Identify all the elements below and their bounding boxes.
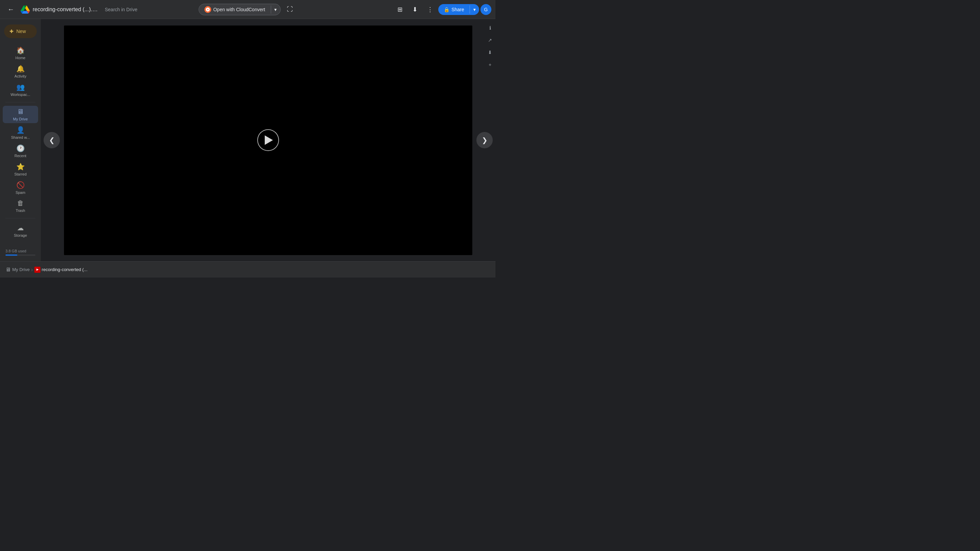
sidebar-item-shared[interactable]: 👤 Shared w... (3, 124, 38, 141)
new-label: New (16, 29, 26, 34)
sidebar-item-starred[interactable]: ⭐ Starred (3, 160, 38, 178)
add-shortcut-button[interactable]: ⊞ (393, 3, 407, 16)
share-main-button[interactable]: 🔒 Share (438, 4, 469, 15)
share-small-button[interactable]: ↗ (485, 35, 495, 45)
share-dropdown-icon: ▾ (473, 7, 476, 12)
storage-icon: ☁ (17, 224, 24, 232)
download-small-button[interactable]: ⬇ (485, 48, 495, 57)
sidebar-item-workspace-label: Workspac... (11, 92, 30, 97)
sidebar-item-spam-label: Spam (16, 191, 25, 195)
sidebar-item-my-drive[interactable]: 🖥 My Drive (3, 106, 38, 123)
recent-icon: 🕐 (16, 144, 25, 152)
sidebar: ✚ New 🏠 Home 🔔 Activity 👥 Workspac... 🖥 … (0, 19, 41, 261)
new-button[interactable]: ✚ New (4, 24, 37, 38)
sidebar-divider-2 (5, 218, 35, 218)
sidebar-item-activity[interactable]: 🔔 Activity (3, 63, 38, 80)
share-small-icon: ↗ (488, 37, 492, 43)
add-panel-icon: + (488, 62, 492, 67)
download-small-icon: ⬇ (488, 50, 492, 55)
storage-bar-fill (5, 254, 18, 256)
back-icon: ← (8, 5, 14, 13)
search-in-drive: Search in Drive (105, 7, 137, 12)
home-icon: 🏠 (16, 46, 25, 54)
share-dropdown-button[interactable]: ▾ (470, 4, 479, 15)
storage-section: 3.8 GB used (0, 246, 41, 259)
sidebar-item-spam[interactable]: 🚫 Spam (3, 179, 38, 197)
download-icon: ⬇ (412, 6, 417, 13)
more-options-icon: ⋮ (427, 6, 433, 13)
main-content: ❮ ❯ (41, 19, 495, 261)
lock-icon: 🔒 (444, 7, 450, 12)
shared-icon: 👤 (16, 126, 25, 134)
video-file-icon: ▶ (34, 267, 40, 273)
trash-icon: 🗑 (17, 199, 24, 207)
plus-icon: ✚ (10, 29, 14, 34)
sidebar-item-workspace[interactable]: 👥 Workspac... (3, 81, 38, 98)
sidebar-item-trash[interactable]: 🗑 Trash (3, 197, 38, 214)
open-with-button[interactable]: Open with CloudConvert ▾ (199, 4, 281, 15)
info-icon: ℹ (489, 25, 491, 30)
more-options-button[interactable]: ⋮ (423, 3, 437, 16)
cloudconvert-icon (205, 6, 211, 13)
sidebar-item-home-label: Home (15, 56, 25, 60)
sidebar-item-recent-label: Recent (14, 154, 27, 158)
sidebar-item-starred-label: Starred (14, 172, 27, 176)
video-container: ❮ ❯ (41, 19, 495, 261)
breadcrumb-bar: 🖥 My Drive › ▶ recording-converted (... (0, 261, 495, 278)
prev-nav-icon: ❮ (49, 136, 55, 144)
sidebar-item-activity-label: Activity (14, 74, 27, 78)
storage-used-label: 3.8 GB used (5, 249, 26, 253)
share-button-group[interactable]: 🔒 Share ▾ (438, 4, 479, 15)
add-shortcut-icon: ⊞ (398, 6, 402, 13)
header-center: Open with CloudConvert ▾ ⛶ (199, 3, 297, 16)
workspace-icon: 👥 (16, 83, 25, 91)
screen-cast-icon: ⛶ (287, 6, 293, 13)
sidebar-item-home[interactable]: 🏠 Home (3, 44, 38, 62)
my-drive-icon: 🖥 (17, 108, 24, 116)
open-with-dropdown-button[interactable]: ▾ (271, 5, 280, 14)
screen-cast-button[interactable]: ⛶ (283, 3, 297, 16)
open-with-main-button[interactable]: Open with CloudConvert (199, 4, 271, 15)
header-right: ⊞ ⬇ ⋮ 🔒 Share ▾ G (393, 3, 492, 16)
breadcrumb-my-drive-label: My Drive (12, 267, 30, 272)
sidebar-item-my-drive-label: My Drive (13, 117, 27, 121)
storage-bar-background (5, 254, 35, 256)
header: ← recording-converted (...).mp4 Search i… (0, 0, 495, 19)
add-panel-button[interactable]: + (485, 60, 495, 69)
breadcrumb-current-file: ▶ recording-converted (... (34, 267, 88, 273)
drive-logo (21, 5, 30, 14)
starred-icon: ⭐ (16, 163, 25, 171)
share-label: Share (452, 7, 464, 12)
my-drive-breadcrumb-icon: 🖥 (5, 267, 11, 273)
download-button[interactable]: ⬇ (408, 3, 422, 16)
user-avatar[interactable]: G (480, 4, 492, 15)
sidebar-item-shared-label: Shared w... (11, 135, 30, 140)
file-name: recording-converted (...).mp4 (33, 6, 101, 13)
play-icon (265, 135, 273, 145)
breadcrumb-my-drive[interactable]: 🖥 My Drive (5, 267, 30, 273)
video-player[interactable] (64, 25, 472, 255)
play-button[interactable] (257, 129, 279, 151)
activity-icon: 🔔 (16, 65, 25, 73)
back-button[interactable]: ← (4, 3, 18, 16)
sidebar-item-storage[interactable]: ☁ Storage (3, 222, 38, 240)
spam-icon: 🚫 (16, 181, 25, 189)
info-panel-button[interactable]: ℹ (485, 23, 495, 33)
right-panel: ℹ ↗ ⬇ + (485, 19, 495, 261)
sidebar-item-storage-label: Storage (14, 233, 27, 237)
sidebar-divider-1 (5, 102, 35, 102)
sidebar-item-recent[interactable]: 🕐 Recent (3, 142, 38, 160)
breadcrumb-separator: › (31, 267, 33, 273)
avatar-initial: G (484, 7, 488, 12)
prev-nav-arrow[interactable]: ❮ (43, 132, 60, 148)
open-with-label: Open with CloudConvert (213, 7, 266, 12)
open-with-dropdown-icon: ▾ (274, 7, 277, 12)
sidebar-item-trash-label: Trash (16, 208, 25, 213)
breadcrumb-current-label: recording-converted (... (42, 267, 88, 272)
video-file-icon-label: ▶ (37, 268, 38, 271)
